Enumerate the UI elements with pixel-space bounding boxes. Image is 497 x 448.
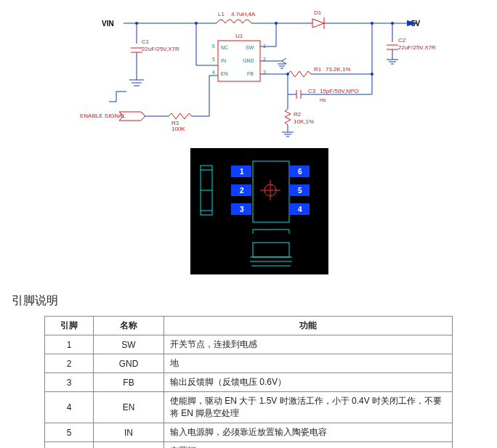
svg-text:NC: NC [221, 45, 228, 50]
c3-ref: C3 [308, 88, 316, 94]
svg-text:6: 6 [212, 44, 215, 49]
svg-text:3: 3 [240, 205, 244, 213]
svg-text:GND: GND [243, 58, 254, 63]
svg-text:EN: EN [221, 71, 228, 76]
svg-text:6: 6 [298, 168, 302, 176]
c1-val: 22uF/25V,X7R [142, 46, 179, 52]
schematic-diagram: VIN L1 4.7uH,4A D1 5V C1 22uF/25V,X7R U1… [0, 0, 497, 145]
section-title: 引脚说明 [12, 293, 497, 309]
r2-val: 10K,1% [294, 118, 314, 125]
c2-val: 22uF/25V,X7R [398, 44, 436, 51]
c3-val: 15pF/50V,NPO [320, 88, 359, 94]
svg-marker-2 [312, 19, 324, 28]
r3-val: 100K [171, 126, 185, 132]
svg-text:4: 4 [212, 70, 215, 75]
enable-label: ENABLE SIGNAL [80, 113, 126, 119]
th-name: 名称 [94, 317, 164, 335]
d1-ref: D1 [314, 9, 322, 16]
table-row: 5IN输入电源脚，必须靠近放置输入陶瓷电容 [45, 423, 453, 442]
table-row: 2GND地 [45, 354, 453, 373]
u1-ref: U1 [235, 33, 243, 39]
pcb-footprint: 1 2 3 6 5 4 [0, 148, 497, 279]
svg-text:1: 1 [240, 168, 244, 176]
l1-val: 4.7uH,4A [231, 11, 256, 17]
c2-ref: C2 [398, 37, 406, 44]
svg-text:5: 5 [212, 57, 215, 62]
table-row: 3FB输出反馈脚（反馈电压 0.6V） [45, 373, 453, 392]
svg-point-29 [275, 22, 278, 25]
table-row: 6NC空置脚 [45, 442, 453, 449]
svg-text:5: 5 [298, 187, 302, 195]
svg-text:4: 4 [298, 205, 302, 213]
svg-text:FB: FB [247, 71, 254, 76]
l1-ref: L1 [218, 11, 225, 17]
th-pin: 引脚 [45, 317, 94, 335]
svg-text:IN: IN [221, 58, 226, 63]
th-func: 功能 [164, 317, 453, 335]
svg-text:2: 2 [240, 187, 244, 195]
table-row: 1SW开关节点，连接到电感 [45, 335, 453, 354]
c1-ref: C1 [142, 38, 150, 45]
svg-text:SW: SW [246, 45, 254, 50]
c3-note: ns [320, 97, 326, 103]
r1-ref: R1 [314, 66, 322, 73]
r1-val: 73.2K,1% [326, 66, 351, 73]
vin-label: VIN [102, 20, 114, 28]
svg-point-35 [371, 22, 373, 25]
pin-table: 引脚 名称 功能 1SW开关节点，连接到电感2GND地3FB输出反馈脚（反馈电压… [44, 316, 453, 448]
table-row: 4EN使能脚，驱动 EN 大于 1.5V 时激活工作，小于 0.4V 时关闭工作… [45, 392, 453, 423]
r2-ref: R2 [294, 111, 302, 118]
svg-point-42 [371, 73, 373, 76]
